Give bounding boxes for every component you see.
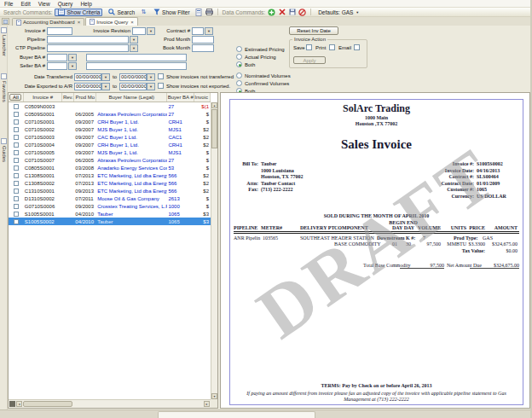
row-buyer-ba-link[interactable]: CAC1 xyxy=(167,135,194,140)
grid-row[interactable]: C0710S000409/2007CRH Buyer 1, Ltd.CRH1$2 xyxy=(9,141,211,148)
date-exported-to-dropdown[interactable]: ▼ xyxy=(147,83,155,90)
sort-icon[interactable]: ⇅ xyxy=(140,9,147,16)
row-buyer-name-link[interactable]: Crosstex Treating Services, L.P. xyxy=(96,204,167,209)
row-buyer-ba-link[interactable]: 27 xyxy=(167,158,194,163)
row-buyer-ba-link[interactable]: 53 xyxy=(167,165,194,171)
scroll-left-icon[interactable]: ◂ xyxy=(16,401,22,407)
row-invoice-number[interactable]: C1310S0001 xyxy=(24,189,63,194)
row-buyer-ba-link[interactable]: CRH1 xyxy=(167,142,194,148)
sidebar-item-favorites[interactable]: Favorites xyxy=(0,73,8,102)
grid-row[interactable]: S1005S000204/2010Tauber1065$3 xyxy=(9,218,211,225)
grid-header-all[interactable]: All xyxy=(9,93,24,102)
row-invoice-number[interactable]: C0710S0002 xyxy=(24,127,63,132)
confirmed-volumes-radio[interactable] xyxy=(236,80,242,86)
apply-button[interactable]: Apply xyxy=(293,56,326,64)
grid-row[interactable]: C0509N000327$(1 xyxy=(9,102,211,110)
grid-row[interactable]: S1005S000104/2010Tauber1065$3 xyxy=(9,210,211,218)
row-invoice-number[interactable]: D1310S0002 xyxy=(24,196,63,201)
menu-help[interactable]: Help xyxy=(80,1,91,7)
row-buyer-name-link[interactable]: CRH Buyer 1, Ltd. xyxy=(96,142,167,148)
defaults-dropdown[interactable]: Defaults: GAS ▼ xyxy=(315,9,361,16)
close-icon[interactable]: × xyxy=(78,20,81,25)
row-checkbox[interactable] xyxy=(14,219,19,224)
row-buyer-ba-link[interactable]: 566 xyxy=(167,181,194,186)
report-icon[interactable] xyxy=(195,9,203,16)
date-exported-from-dropdown[interactable]: ▼ xyxy=(101,83,110,90)
row-buyer-ba-link[interactable]: 1065 xyxy=(167,219,194,224)
row-checkbox[interactable] xyxy=(14,158,19,163)
row-buyer-name-link[interactable]: Tauber xyxy=(96,212,167,217)
row-buyer-ba-link[interactable]: 2613 xyxy=(167,196,194,201)
buyer-ba-name-input[interactable] xyxy=(86,54,187,61)
grid-row[interactable]: C0509S000106/2005Abraxas Petroleum Corpo… xyxy=(9,110,211,118)
row-checkbox[interactable] xyxy=(14,104,19,109)
row-invoice-number[interactable]: G0710S0006 xyxy=(24,204,63,209)
tab-accounting-dashboard[interactable]: Accounting Dashboard × xyxy=(12,18,84,26)
seller-ba-dropdown[interactable]: ▼ xyxy=(68,62,77,70)
row-buyer-ba-link[interactable]: MJS1 xyxy=(167,127,194,132)
date-transferred-to-input[interactable]: 00/00/0000 xyxy=(119,73,147,81)
row-checkbox[interactable] xyxy=(14,189,19,194)
buyer-ba-dropdown[interactable]: ▼ xyxy=(68,54,77,61)
reset-inv-date-button[interactable]: Reset Inv Date xyxy=(289,26,338,35)
date-exported-to-input[interactable]: 00/00/0000 xyxy=(119,83,147,90)
row-invoice-number[interactable]: S1005S0002 xyxy=(24,219,63,224)
print-action-checkbox[interactable] xyxy=(329,44,335,50)
nominated-volumes-radio[interactable] xyxy=(236,73,242,78)
grid-header-buyer-ba[interactable]: Buyer BA # xyxy=(167,93,194,102)
bottom-scroll-segment[interactable] xyxy=(158,411,315,418)
row-checkbox[interactable] xyxy=(14,165,19,171)
row-checkbox[interactable] xyxy=(14,135,19,140)
email-action-checkbox[interactable] xyxy=(354,44,360,50)
show-not-transferred-checkbox[interactable] xyxy=(158,73,164,79)
row-buyer-ba-link[interactable]: 1065 xyxy=(167,212,194,217)
scroll-up-icon[interactable]: ▴ xyxy=(211,102,217,108)
row-buyer-ba-link[interactable]: MJS1 xyxy=(167,150,194,155)
contract-number-dropdown[interactable]: ▼ xyxy=(205,27,213,35)
row-buyer-name-link[interactable]: MJS Buyer 1, Ltd. xyxy=(96,127,167,132)
buyer-ba-input[interactable] xyxy=(47,54,67,61)
row-buyer-name-link[interactable]: Tauber xyxy=(96,219,167,224)
row-buyer-ba-link[interactable]: 27 xyxy=(167,112,194,117)
row-buyer-name-link[interactable]: CAC Buyer 1 Ltd. xyxy=(96,135,167,140)
row-invoice-number[interactable]: C0710S0001 xyxy=(24,119,63,125)
save-icon[interactable] xyxy=(288,9,296,16)
row-checkbox[interactable] xyxy=(14,181,19,186)
grid-header-invoice-amount[interactable]: Invoic xyxy=(194,93,211,102)
row-buyer-ba-link[interactable]: 1000 xyxy=(167,204,194,209)
menu-query[interactable]: Query xyxy=(58,1,73,7)
grid-row[interactable]: C0710S000209/2007MJS Buyer 1, Ltd.MJS1$2 xyxy=(9,125,211,133)
menu-edit[interactable]: Edit xyxy=(20,1,30,7)
grid-row[interactable]: C0710S000706/2005Abraxas Petroleum Corpo… xyxy=(9,156,211,164)
menu-view[interactable]: View xyxy=(38,1,50,7)
row-buyer-ba-link[interactable]: CRH1 xyxy=(167,119,194,125)
row-checkbox[interactable] xyxy=(14,112,19,117)
row-buyer-name-link[interactable]: Anadarko Energy Services Company xyxy=(96,165,167,171)
horizontal-scroll-thumb[interactable] xyxy=(23,401,72,407)
row-invoice-number[interactable]: C0509S0001 xyxy=(24,112,63,117)
date-transferred-to-dropdown[interactable]: ▼ xyxy=(147,73,155,81)
vertical-scrollbar[interactable]: ▴ ▾ xyxy=(211,102,217,399)
grid-row[interactable]: C0710S000109/2007CRH Buyer 1, Ltd.CRH1$ xyxy=(9,118,211,125)
show-filter-button[interactable]: Show Filter xyxy=(150,9,193,16)
scroll-right-icon[interactable]: ▸ xyxy=(204,401,210,407)
row-invoice-number[interactable]: C0710S0003 xyxy=(24,135,63,140)
date-transferred-from-dropdown[interactable]: ▼ xyxy=(101,73,110,81)
row-buyer-name-link[interactable]: ETC Marketing, Ltd dba Energy Transfer xyxy=(96,181,167,186)
grid-row[interactable]: C1310S000109/2013ETC Marketing, Ltd dba … xyxy=(9,187,211,194)
row-checkbox[interactable] xyxy=(14,196,19,201)
menu-file[interactable]: File xyxy=(4,1,13,7)
row-buyer-name-link[interactable]: Abraxas Petroleum Corporation xyxy=(96,112,167,117)
row-invoice-number[interactable]: C0509N0003 xyxy=(24,104,63,109)
row-buyer-name-link[interactable]: ETC Marketing, Ltd dba Energy Transfer xyxy=(96,173,167,178)
grid-header-prod-month[interactable]: Prod Mo xyxy=(74,93,96,102)
row-invoice-number[interactable]: C0805S0001 xyxy=(24,165,63,171)
row-invoice-number[interactable]: C0710S0007 xyxy=(24,158,63,163)
grid-row[interactable]: G0710S000609/2003Crosstex Treating Servi… xyxy=(9,202,211,210)
vertical-scroll-thumb[interactable] xyxy=(211,109,217,148)
row-buyer-name-link[interactable]: MJS Buyer 1, Ltd. xyxy=(96,150,167,155)
grid-row[interactable]: C1308S000207/2013ETC Marketing, Ltd dba … xyxy=(9,179,211,187)
select-all-button[interactable]: All xyxy=(9,94,21,101)
prod-month-input[interactable] xyxy=(192,36,214,44)
grid-row[interactable]: C0805S000103/2008Anadarko Energy Service… xyxy=(9,164,211,171)
